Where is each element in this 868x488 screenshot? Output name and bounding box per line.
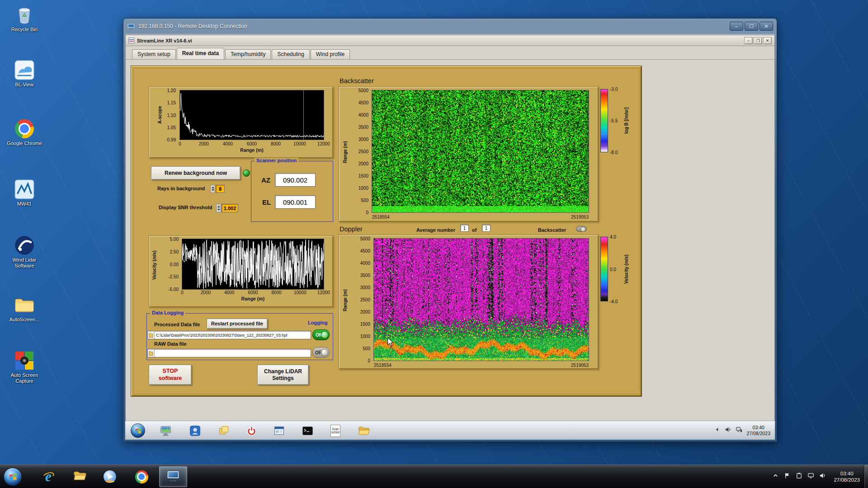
remote-taskbar-folder-open-icon[interactable]	[357, 424, 371, 437]
rdp-close-button[interactable]: ✕	[760, 22, 773, 31]
rays-in-background-label: Rays in background	[157, 186, 205, 191]
raw-logging-toggle[interactable]: OFF	[312, 347, 330, 358]
volume-icon[interactable]	[725, 426, 731, 435]
taskbar-windows-explorer[interactable]	[68, 466, 92, 487]
app-titlebar[interactable]: StreamLine XR v14-6.vi – ❐ ✕	[126, 35, 774, 46]
wind-lidar-icon	[14, 235, 35, 256]
host-taskbar: e	[0, 465, 868, 488]
tray-chevron-icon[interactable]	[714, 426, 721, 435]
tab-system-setup[interactable]: System setup	[132, 49, 176, 59]
remote-taskbar-scan-sched-icon[interactable]: Scansched	[329, 424, 342, 437]
tab-real-time-data[interactable]: Real time data	[177, 48, 224, 59]
processed-data-file-label: Processed Data file	[154, 322, 200, 327]
desktop-icon-google-chrome[interactable]: Google Chrome	[4, 118, 45, 146]
renew-background-button[interactable]: Renew background now	[151, 166, 241, 180]
remote-taskbar-blue-app-icon[interactable]	[188, 424, 202, 437]
action-center-flag-icon[interactable]	[784, 472, 791, 481]
desktop-icon-wind-lidar-software[interactable]: Wind Lidar Software	[4, 235, 45, 269]
system-tray: 03:40 27/08/2023	[772, 465, 863, 488]
average-of-field[interactable]: 1	[482, 225, 491, 232]
desktop-icon-bl-view[interactable]: BL-View	[4, 60, 45, 88]
y-tick-label: 2500	[359, 149, 368, 154]
a-scope-plot: A-scope 1.201.151.101.050.99 02000400060…	[149, 86, 333, 158]
desktop-icon-autoscreen[interactable]: AutoScreen...	[4, 295, 45, 323]
rdp-maximize-button[interactable]: ☐	[745, 22, 758, 31]
taskbar-media-player[interactable]	[98, 466, 122, 487]
backscatter-section-title: Backscatter	[340, 77, 374, 84]
x-tick-label: 0	[179, 141, 181, 146]
remote-taskbar-files-app-icon[interactable]	[217, 424, 231, 437]
y-tick-label: 1000	[360, 334, 370, 339]
taskbar-internet-explorer[interactable]: e	[36, 466, 61, 487]
processed-logging-toggle[interactable]: ON	[312, 329, 330, 340]
remote-taskbar-power-off-icon[interactable]	[245, 424, 258, 437]
start-button[interactable]	[4, 468, 22, 486]
remote-taskbar-window-app-icon[interactable]	[272, 424, 286, 437]
path-browse-icon[interactable]	[148, 349, 155, 357]
processed-path-field[interactable]: C:\Lidar\Data\Proc\2023\202308\20230827\…	[147, 331, 311, 339]
desktop-icon-mw41[interactable]: MW41	[4, 179, 45, 207]
restart-processed-file-button[interactable]: Restart processed file	[207, 319, 268, 329]
change-lidar-settings-button[interactable]: Change LiDAR Settings	[257, 365, 309, 385]
x-tick-label: 12000	[317, 141, 330, 146]
rdp-minimize-button[interactable]: –	[730, 22, 743, 31]
tray-up-arrow-icon[interactable]	[772, 472, 779, 481]
remote-clock-time: 03:40	[746, 425, 770, 431]
chrome-icon	[14, 118, 35, 139]
doppler-section-title: Doppler	[340, 225, 363, 233]
background-led	[243, 169, 250, 177]
clock-time: 03:40	[834, 470, 860, 477]
taskbar-clock[interactable]: 03:40 27/08/2023	[831, 470, 863, 483]
rdp-client-area: StreamLine XR v14-6.vi – ❐ ✕ System setu…	[125, 34, 775, 440]
x-tick-label: 12000	[317, 290, 330, 295]
taskbar-remote-desktop-active[interactable]	[159, 466, 187, 487]
velocity-xlabel: Range (m)	[182, 296, 324, 301]
backscatter-plot: Range (m) 500045004000350030002500200015…	[339, 86, 599, 222]
rays-in-background-value[interactable]: 8	[216, 185, 225, 193]
path-browse-icon[interactable]	[148, 331, 155, 339]
tab-temp-humidity[interactable]: Temp/humidity	[225, 49, 271, 59]
rdp-titlebar[interactable]: 192.168.0.150 - Remote Desktop Connectio…	[123, 19, 777, 34]
logging-label: Logging	[308, 320, 327, 325]
tab-scheduling[interactable]: Scheduling	[272, 49, 309, 59]
app-client-area: A-scope 1.201.151.101.050.99 02000400060…	[126, 59, 774, 421]
remote-clock[interactable]: 03:40 27/08/2023	[746, 425, 772, 436]
remote-start-button[interactable]	[131, 423, 145, 438]
velocity-ylabel: Velocity (m/s)	[151, 238, 157, 292]
app-restore-button[interactable]: ❐	[754, 37, 762, 44]
el-value-field[interactable]: 090.001	[275, 195, 316, 209]
snr-threshold-label: Display SNR threshold	[159, 205, 212, 210]
y-tick-label: 2500	[360, 297, 370, 302]
desktop-icon-auto-screen-capture[interactable]: Auto Screen Capture	[4, 350, 45, 384]
network-icon[interactable]	[736, 426, 742, 435]
snr-threshold-value[interactable]: 1.002	[222, 204, 238, 212]
rays-spinner[interactable]	[210, 185, 215, 193]
windows-media-player-icon	[104, 470, 116, 483]
average-number-field[interactable]: 1	[460, 225, 469, 232]
taskbar-google-chrome[interactable]	[129, 466, 154, 487]
scan-sched-icon: Scansched	[330, 425, 340, 437]
show-desktop-button[interactable]	[864, 465, 868, 488]
app-close-button[interactable]: ✕	[763, 37, 772, 44]
tab-wind-profile[interactable]: Wind profile	[311, 49, 350, 59]
desktop-icon-label: MW41	[4, 201, 45, 207]
backscatter-toggle[interactable]	[576, 226, 587, 232]
raw-path-field[interactable]	[147, 349, 311, 357]
remote-taskbar-command-prompt-icon[interactable]	[301, 424, 314, 437]
y-tick-label: 0	[366, 210, 368, 215]
desktop-icon-label: Google Chrome	[4, 141, 45, 146]
stop-software-button[interactable]: STOP software	[149, 365, 192, 385]
desktop-icon-recycle-bin[interactable]: Recycle Bin	[4, 5, 45, 33]
app-minimize-button[interactable]: –	[744, 37, 753, 44]
x-tick-label: 0	[181, 290, 184, 295]
az-value-field[interactable]: 090.002	[275, 173, 316, 187]
command-prompt-icon	[302, 425, 314, 437]
snr-spinner[interactable]	[216, 204, 221, 212]
backscatter-toggle-label: Backscatter	[538, 227, 566, 233]
volume-tray-icon[interactable]	[819, 472, 826, 481]
display-tray-icon[interactable]	[807, 472, 814, 481]
clipboard-tray-icon[interactable]	[796, 472, 802, 481]
y-tick-label: 4000	[360, 261, 370, 266]
colorbar-tick-label: -8.0	[610, 150, 618, 155]
remote-taskbar-display-app-icon[interactable]	[159, 424, 172, 437]
